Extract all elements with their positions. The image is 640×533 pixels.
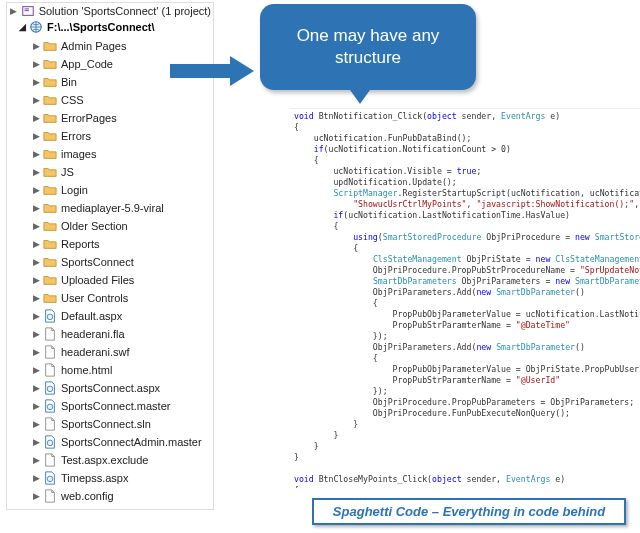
expand-icon[interactable]: ▶ [31,131,41,141]
tree-item[interactable]: ▶Login [7,181,213,199]
expand-icon[interactable]: ▶ [31,239,41,249]
file-icon [43,363,57,377]
expand-icon[interactable]: ▶ [9,6,19,16]
expand-icon[interactable]: ▶ [31,59,41,69]
tree-item[interactable]: ▶headerani.swf [7,343,213,361]
tree-item-label: Login [61,182,88,198]
folder-icon [43,273,57,287]
folder-icon [43,219,57,233]
tree-item[interactable]: ▶SportsConnect [7,253,213,271]
expand-icon[interactable]: ◢ [17,22,27,32]
tree-item[interactable]: ▶JS [7,163,213,181]
tree-item[interactable]: ▶headerani.fla [7,325,213,343]
expand-icon[interactable]: ▶ [31,185,41,195]
expand-icon[interactable]: ▶ [31,347,41,357]
tree-item[interactable]: ▶mediaplayer-5.9-viral [7,199,213,217]
tree-item-label: Test.aspx.exclude [61,452,148,468]
tree-item[interactable]: ▶User Controls [7,289,213,307]
file-icon [43,327,57,341]
tree-item[interactable]: ▶images [7,145,213,163]
tree-item[interactable]: ▶Errors [7,127,213,145]
folder-icon [43,129,57,143]
expand-icon[interactable]: ▶ [31,293,41,303]
tree-item[interactable]: ▶ErrorPages [7,109,213,127]
folder-icon [43,255,57,269]
expand-icon[interactable]: ▶ [31,311,41,321]
tree-item[interactable]: ▶home.html [7,361,213,379]
tree-item-label: Older Section [61,218,128,234]
folder-icon [43,57,57,71]
expand-icon[interactable]: ▶ [31,491,41,501]
tree-item[interactable]: ▶Uploaded Files [7,271,213,289]
expand-icon[interactable]: ▶ [31,473,41,483]
project-header[interactable]: ◢ F:\...\SportsConnect\ [7,19,213,35]
callout-text: One may have any structure [272,25,464,69]
svg-rect-2 [24,10,28,11]
callout-box: One may have any structure [260,4,476,90]
tree-item[interactable]: ▶Admin Pages [7,37,213,55]
tree-item-label: Timepss.aspx [61,470,128,486]
expand-icon[interactable]: ▶ [31,95,41,105]
tree-item-label: Default.aspx [61,308,122,324]
tree-item[interactable]: ▶SportsConnect.master [7,397,213,415]
folder-icon [43,183,57,197]
expand-icon[interactable]: ▶ [31,41,41,51]
project-path: F:\...\SportsConnect\ [47,21,155,33]
tree-item-label: mediaplayer-5.9-viral [61,200,164,216]
spaghetti-code-label: Spaghetti Code – Everything in code behi… [312,498,626,525]
expand-icon[interactable]: ▶ [31,401,41,411]
tree-item-label: Errors [61,128,91,144]
aspx-icon [43,309,57,323]
expand-icon[interactable]: ▶ [31,257,41,267]
folder-icon [43,291,57,305]
tree-item-label: SportsConnect.aspx [61,380,160,396]
expand-icon[interactable]: ▶ [31,221,41,231]
code-editor: void BtnNotification_Click(object sender… [290,108,640,488]
tree-item[interactable]: ▶Default.aspx [7,307,213,325]
tree-item-label: App_Code [61,56,113,72]
tree-item[interactable]: ▶SportsConnect.sln [7,415,213,433]
expand-icon[interactable]: ▶ [31,167,41,177]
tree-item-label: Bin [61,74,77,90]
tree-item-label: Uploaded Files [61,272,134,288]
tree-item-label: CSS [61,92,84,108]
tree-item-label: SportsConnect [61,254,134,270]
tree-item[interactable]: ▶Reports [7,235,213,253]
svg-rect-1 [24,8,28,9]
solution-title: Solution 'SportsConnect' (1 project) [39,5,211,17]
tree-item[interactable]: ▶Test.aspx.exclude [7,451,213,469]
tree-item-label: SportsConnect.master [61,398,170,414]
tree-item[interactable]: ▶Older Section [7,217,213,235]
expand-icon[interactable]: ▶ [31,203,41,213]
expand-icon[interactable]: ▶ [31,329,41,339]
tree-item[interactable]: ▶Timepss.aspx [7,469,213,487]
file-icon [43,345,57,359]
aspx-icon [43,435,57,449]
expand-icon[interactable]: ▶ [31,419,41,429]
tree-item[interactable]: ▶web.config [7,487,213,505]
folder-icon [43,111,57,125]
solution-tree: ▶Admin Pages▶App_Code▶Bin▶CSS▶ErrorPages… [7,35,213,509]
expand-icon[interactable]: ▶ [31,149,41,159]
solution-header[interactable]: ▶ Solution 'SportsConnect' (1 project) [7,3,213,19]
expand-icon[interactable]: ▶ [31,113,41,123]
tree-item-label: SportsConnect.sln [61,416,151,432]
tree-item-label: home.html [61,362,112,378]
tree-item[interactable]: ▶SportsConnect.aspx [7,379,213,397]
expand-icon[interactable]: ▶ [31,365,41,375]
expand-icon[interactable]: ▶ [31,437,41,447]
tree-item[interactable]: ▶CSS [7,91,213,109]
tree-item-label: Admin Pages [61,38,126,54]
tree-item-label: Reports [61,236,100,252]
aspx-icon [43,471,57,485]
expand-icon[interactable]: ▶ [31,77,41,87]
tree-item-label: ErrorPages [61,110,117,126]
folder-icon [43,165,57,179]
expand-icon[interactable]: ▶ [31,455,41,465]
expand-icon[interactable]: ▶ [31,275,41,285]
solution-icon [21,4,35,18]
folder-icon [43,147,57,161]
folder-icon [43,39,57,53]
tree-item[interactable]: ▶SportsConnectAdmin.master [7,433,213,451]
expand-icon[interactable]: ▶ [31,383,41,393]
